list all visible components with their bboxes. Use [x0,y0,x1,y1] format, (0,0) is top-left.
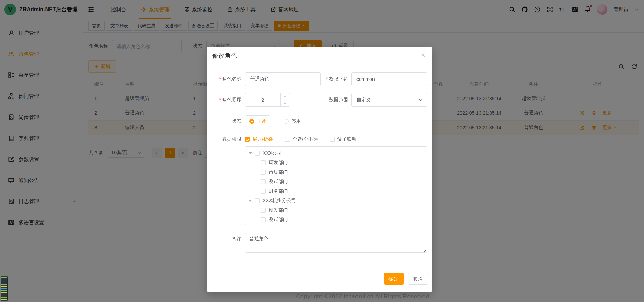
dialog-header: 修改角色 × [207,47,432,60]
dialog-role-key-input[interactable] [351,72,427,86]
checkbox[interactable] [255,151,260,156]
checkbox[interactable] [261,217,266,222]
checkbox[interactable] [261,170,266,175]
dialog-title: 修改角色 [212,52,237,60]
tree-node-child[interactable]: 市场部门 [245,167,427,177]
tree-node-child[interactable]: 研发部门 [245,158,427,167]
remark-field-label: 备注 [207,233,241,242]
tree-node-label: 测试部门 [269,217,288,223]
tree-node-child[interactable]: 测试部门 [245,215,427,225]
chevron-down-icon [283,102,287,105]
checkbox-label: 父子联动 [337,136,356,142]
stepper-buttons [280,93,290,106]
required-asterisk: * [219,76,221,82]
data-scope-value: 自定义 [356,97,371,103]
role-name-field-label: *角色名称 [207,76,241,82]
data-perm-field-label: 数据权限 [207,136,241,142]
remark-textarea[interactable]: 普通角色 [245,233,427,253]
status-radio-group: 正常停用 [245,115,301,127]
status-field-label: 状态 [207,118,241,124]
stepper-down-icon[interactable] [281,100,290,107]
required-asterisk: * [326,76,328,82]
role-sort-stepper [245,93,290,107]
tree-node-label: 研发部门 [269,207,288,213]
cancel-button[interactable]: 取消 [408,273,428,285]
checkbox [330,137,335,142]
floating-widget[interactable] [1,276,8,301]
checkbox[interactable] [255,198,260,203]
radio-label: 停用 [291,118,301,124]
tree-node-child[interactable]: 研发部门 [245,206,427,215]
role-sort-input[interactable] [245,93,280,106]
checkbox[interactable] [261,179,266,184]
required-asterisk: * [219,97,221,102]
tree-node-label: 财务部门 [269,188,288,194]
perm-checkbox[interactable]: 展开/折叠 [245,136,273,142]
caret-down-icon[interactable] [249,200,252,202]
data-perm-options: 展开/折叠全选/全不选父子联动 [245,136,356,142]
role-key-field-label: *权限字符 [321,76,348,82]
checkbox[interactable] [261,189,266,194]
radio-dot [249,119,254,124]
tree-node-label: 研发部门 [269,160,288,166]
department-tree: XXX公司研发部门市场部门测试部门财务部门XXX杭州分公司研发部门测试部门 [245,146,427,225]
data-scope-field-label: 数据范围 [321,97,348,103]
checkbox [285,137,290,142]
tree-node-label: XXX公司 [263,150,282,156]
edit-role-dialog: 修改角色 × *角色名称 *权限字符 *角色顺序 数据范围 自定义 [207,47,432,292]
status-radio[interactable]: 停用 [284,115,301,127]
tree-node-child[interactable]: 测试部门 [245,177,427,186]
dialog-footer: 确定 取消 [384,273,428,285]
checkbox-label: 全选/全不选 [293,136,318,142]
tree-node-label: XXX杭州分公司 [263,198,296,204]
checkbox[interactable] [261,208,266,213]
radio-label: 正常 [257,118,266,124]
checkbox-label: 展开/折叠 [253,136,273,142]
checkbox[interactable] [261,160,266,165]
caret-down-icon[interactable] [249,152,252,154]
data-scope-select[interactable]: 自定义 [351,93,427,107]
dialog-role-name-input[interactable] [245,72,321,86]
perm-checkbox[interactable]: 父子联动 [330,136,356,142]
tree-node-child[interactable]: 财务部门 [245,186,427,196]
dialog-body: *角色名称 *权限字符 *角色顺序 数据范围 自定义 状态 正常停用 [207,60,432,253]
confirm-button[interactable]: 确定 [384,273,404,285]
status-radio[interactable]: 正常 [245,115,270,127]
perm-checkbox[interactable]: 全选/全不选 [285,136,318,142]
close-icon[interactable]: × [421,52,425,60]
chevron-up-icon [283,95,287,98]
tree-node-label: 测试部门 [269,179,288,185]
checkbox [245,137,250,142]
stepper-up-icon[interactable] [281,93,290,100]
role-sort-field-label: *角色顺序 [207,97,241,103]
chevron-down-icon [419,98,423,102]
tree-node-label: 市场部门 [269,169,288,175]
tree-node-parent[interactable]: XXX公司 [245,148,427,158]
radio-dot [284,119,289,124]
tree-node-parent[interactable]: XXX杭州分公司 [245,196,427,206]
